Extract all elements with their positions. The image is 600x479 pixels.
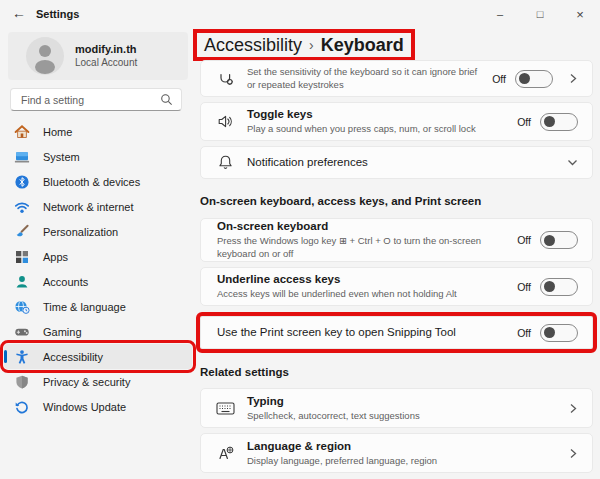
sidebar-item-label: Time & language [43, 301, 126, 313]
row-title: On-screen keyboard [217, 219, 505, 234]
toggle-knob [544, 327, 555, 338]
print-screen-toggle[interactable] [540, 324, 578, 342]
toggle-state-label: Off [517, 234, 531, 246]
on-screen-keyboard-toggle[interactable] [540, 231, 578, 249]
network-icon [14, 199, 30, 215]
sidebar-item-home[interactable]: Home [4, 119, 192, 144]
shield-icon [14, 374, 30, 390]
windows-update-icon [14, 399, 30, 415]
sidebar-item-label: Home [43, 126, 72, 138]
row-typing[interactable]: Typing Spellcheck, autocorrect, text sug… [200, 388, 593, 428]
sidebar-item-label: Accessibility [43, 351, 103, 363]
row-title: Use the Print screen key to open Snippin… [217, 325, 505, 340]
search-input[interactable] [21, 94, 160, 106]
filter-keys-toggle[interactable] [515, 70, 553, 88]
row-toggle-keys[interactable]: Toggle keys Play a sound when you press … [200, 102, 593, 141]
row-title: Notification preferences [247, 155, 551, 170]
toggle-state-label: Off [517, 281, 531, 293]
row-description: Access keys will be underlined even when… [217, 288, 505, 301]
breadcrumb-parent-link[interactable]: Accessibility [204, 35, 302, 56]
row-title: Language & region [247, 439, 553, 454]
sidebar-item-bluetooth-devices[interactable]: Bluetooth & devices [4, 169, 192, 194]
sidebar-item-label: Network & internet [43, 201, 133, 213]
speaker-icon [215, 113, 235, 130]
selected-indicator [4, 350, 7, 363]
toggle-state-label: Off [517, 116, 531, 128]
row-underline-access-keys[interactable]: Underline access keys Access keys will b… [200, 267, 593, 306]
sidebar-item-label: Windows Update [43, 401, 126, 413]
sidebar-item-label: Bluetooth & devices [43, 176, 140, 188]
window-title: Settings [36, 8, 79, 20]
sidebar-item-label: Personalization [43, 226, 118, 238]
bell-icon [215, 154, 235, 171]
sidebar-item-system[interactable]: System [4, 144, 192, 169]
person-silhouette-icon [26, 37, 64, 75]
titlebar: ← Settings – □ × [0, 0, 600, 28]
sidebar-item-time-language[interactable]: Time & language [4, 294, 192, 319]
maximize-button[interactable]: □ [520, 0, 560, 28]
row-filter-keys[interactable]: Set the sensitivity of the keyboard so i… [200, 60, 593, 97]
chevron-right-icon [569, 448, 578, 459]
close-button[interactable]: × [560, 0, 600, 28]
row-print-screen-snipping-tool[interactable]: Use the Print screen key to open Snippin… [200, 316, 593, 349]
underline-access-keys-toggle[interactable] [540, 278, 578, 296]
minimize-button[interactable]: – [480, 0, 520, 28]
row-description: Play a sound when you press caps, num, o… [247, 123, 505, 136]
row-description: Set the sensitivity of the keyboard so i… [247, 66, 480, 92]
row-title: Toggle keys [247, 107, 505, 122]
sidebar-item-accessibility[interactable]: Accessibility [4, 344, 192, 369]
settings-window: ← Settings – □ × modify.in.th Local Acco… [0, 0, 600, 479]
toggle-keys-toggle[interactable] [540, 113, 578, 131]
toggle-state-label: Off [492, 73, 506, 85]
toggle-knob [544, 281, 555, 292]
filter-keys-icon [215, 70, 235, 87]
sidebar: modify.in.th Local Account Home [0, 28, 196, 479]
sidebar-item-label: Apps [43, 251, 68, 263]
toggle-knob [544, 116, 555, 127]
sidebar-item-accounts[interactable]: Accounts [4, 269, 192, 294]
chevron-down-icon [567, 158, 578, 167]
accessibility-icon [14, 349, 30, 365]
home-icon [14, 124, 30, 140]
account-card[interactable]: modify.in.th Local Account [8, 32, 188, 80]
keyboard-icon [215, 401, 235, 416]
time-language-icon [14, 299, 30, 315]
sidebar-item-network-internet[interactable]: Network & internet [4, 194, 192, 219]
personalization-icon [14, 224, 30, 240]
sidebar-item-privacy-security[interactable]: Privacy & security [4, 369, 192, 394]
toggle-state-label: Off [517, 327, 531, 339]
avatar [26, 37, 64, 75]
sidebar-item-windows-update[interactable]: Windows Update [4, 394, 192, 419]
toggle-knob [544, 235, 555, 246]
sidebar-item-label: Privacy & security [43, 376, 130, 388]
search-box[interactable] [10, 88, 182, 111]
row-notification-preferences[interactable]: Notification preferences [200, 146, 593, 179]
language-icon [215, 445, 235, 462]
row-on-screen-keyboard[interactable]: On-screen keyboard Press the Windows log… [200, 218, 593, 262]
toggle-knob [519, 73, 530, 84]
account-type: Local Account [75, 57, 137, 70]
account-name: modify.in.th [75, 43, 137, 57]
sidebar-item-personalization[interactable]: Personalization [4, 219, 192, 244]
section-header-onscreen: On-screen keyboard, access keys, and Pri… [200, 195, 481, 207]
page-title: Keyboard [321, 35, 404, 56]
sidebar-item-gaming[interactable]: Gaming [4, 319, 192, 344]
row-title: Typing [247, 394, 553, 409]
accounts-icon [14, 274, 30, 290]
search-icon [160, 93, 173, 106]
breadcrumb: Accessibility › Keyboard [193, 29, 415, 61]
sidebar-item-label: Gaming [43, 326, 82, 338]
row-language-region[interactable]: Language & region Display language, pref… [200, 433, 593, 473]
chevron-right-icon [569, 73, 578, 84]
window-controls: – □ × [480, 0, 600, 28]
sidebar-item-apps[interactable]: Apps [4, 244, 192, 269]
main-content: Accessibility › Keyboard Set the sensiti… [196, 28, 600, 479]
row-title: Underline access keys [217, 272, 505, 287]
section-header-related: Related settings [200, 366, 289, 378]
back-button[interactable]: ← [12, 5, 26, 21]
chevron-right-icon [569, 403, 578, 414]
apps-icon [14, 249, 30, 265]
breadcrumb-separator: › [309, 37, 314, 53]
gaming-icon [14, 324, 30, 340]
row-description: Spellcheck, autocorrect, text suggestion… [247, 410, 553, 423]
